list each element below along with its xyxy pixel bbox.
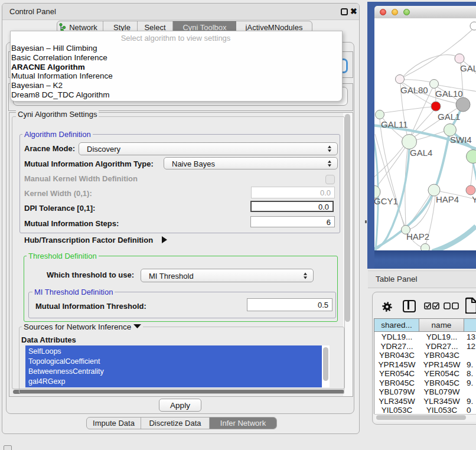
svg-text:GAL1: GAL1 [438, 112, 460, 122]
svg-text:GAL4: GAL4 [410, 148, 432, 158]
svg-text:GCY1: GCY1 [374, 196, 398, 206]
svg-text:HAP2: HAP2 [406, 231, 429, 242]
svg-text:GAL80: GAL80 [400, 85, 428, 95]
svg-text:GAL11: GAL11 [381, 119, 408, 129]
svg-text:Y: Y [472, 194, 476, 204]
svg-text:HAP4: HAP4 [436, 194, 459, 204]
svg-text:SWI4: SWI4 [450, 135, 472, 145]
svg-text:GAL10: GAL10 [435, 89, 463, 99]
svg-text:GAL7: GAL7 [460, 63, 476, 73]
